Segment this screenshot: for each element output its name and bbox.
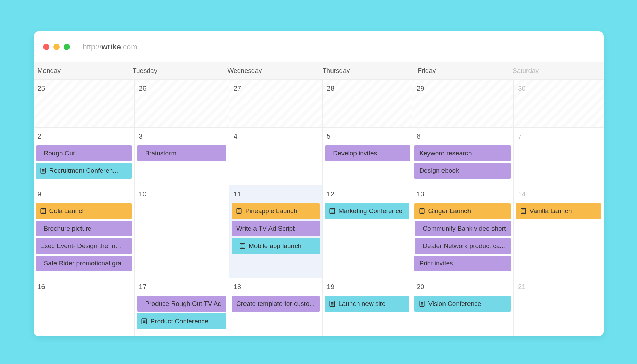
calendar-cell[interactable]: 12Marketing Conference [323,185,412,278]
calendar-event[interactable]: Vanilla Launch [516,203,601,219]
event-label: Safe Rider promotional gra... [44,260,127,267]
event-label: Exec Event- Design the In... [40,242,121,250]
calendar-cell[interactable]: 29 [412,80,514,128]
calendar-event[interactable]: Cola Launch [36,203,132,219]
calendar-event[interactable]: Pineapple Launch [232,203,320,219]
event-label: Design ebook [419,167,459,174]
browser-window: http://wrike.com MondayTuesdayWednesdayT… [34,31,604,336]
event-label: Print invites [419,260,453,267]
calendar-event[interactable]: Product Conference [137,313,226,329]
calendar-cell[interactable]: 9Cola LaunchBrochure pictureExec Event- … [34,185,135,278]
day-header: Friday [414,62,509,79]
event-label: Develop invites [333,150,377,157]
day-header: Tuesday [128,62,224,79]
address-bar[interactable]: http://wrike.com [83,42,137,51]
calendar-event[interactable]: Design ebook [414,163,511,179]
day-header: Wednesday [224,62,319,79]
calendar-cell[interactable]: 16 [34,278,135,336]
calendar-event[interactable]: Write a TV Ad Script [232,221,320,236]
traffic-lights [43,44,70,50]
event-label: Mobile app launch [249,242,301,250]
date-number: 19 [325,281,410,294]
date-number: 28 [325,82,410,96]
calendar-cell[interactable]: 14Vanilla Launch [514,185,603,278]
calendar-cell[interactable]: 13Ginger LaunchCommunity Bank video shor… [412,185,514,278]
calendar-event[interactable]: Launch new site [325,296,409,312]
date-number: 12 [325,188,410,202]
browser-titlebar: http://wrike.com [34,31,604,62]
calendar-cell[interactable]: 10 [135,185,229,278]
calendar-cell[interactable]: 4 [229,128,323,185]
event-label: Vanilla Launch [529,207,572,215]
document-icon [236,208,242,214]
calendar-cell[interactable]: 18Create template for custo... [229,278,323,336]
calendar-event[interactable]: Safe Rider promotional gra... [36,256,132,271]
date-number: 5 [325,130,410,144]
day-header: Monday [34,62,129,79]
calendar-event[interactable]: Marketing Conference [325,203,409,219]
calendar-event[interactable]: Print invites [414,256,511,271]
date-number: 27 [232,82,320,96]
calendar-event[interactable]: Brochure picture [36,221,132,236]
event-label: Brainstorm [145,150,176,157]
calendar-event[interactable]: Create template for custo... [232,296,320,312]
event-label: Produce Rough Cut TV Ad [145,300,222,308]
maximize-window-button[interactable] [64,44,70,50]
minimize-window-button[interactable] [53,44,60,50]
calendar-cell[interactable]: 17Produce Rough Cut TV AdProduct Confere… [135,278,229,336]
event-label: Cola Launch [49,207,86,215]
event-label: Product Conference [150,317,208,325]
calendar-cell[interactable]: 5Develop invites [323,128,412,185]
calendar-event[interactable]: Recruitment Conferen... [36,163,132,179]
calendar-event[interactable]: Mobile app launch [232,238,320,254]
calendar-day-header: MondayTuesdayWednesdayThursdayFridaySatu… [34,62,604,80]
calendar-event[interactable]: Community Bank video short [415,221,511,236]
calendar-event[interactable]: Rough Cut [36,145,132,161]
date-number: 21 [516,281,601,294]
document-icon [419,208,425,214]
calendar-cell[interactable]: 27 [229,80,323,128]
date-number: 18 [232,281,320,294]
document-icon [240,243,245,249]
document-icon [141,318,147,324]
event-label: Write a TV Ad Script [236,225,295,232]
calendar-event[interactable]: Produce Rough Cut TV Ad [137,296,226,312]
document-icon [329,208,335,214]
calendar-event[interactable]: Vision Conference [414,296,511,312]
date-number: 6 [414,130,511,144]
calendar-event[interactable]: Brainstorm [137,145,226,161]
event-label: Rough Cut [44,150,75,157]
calendar-event[interactable]: Develop invites [325,145,410,161]
calendar-cell[interactable]: 25 [34,80,135,128]
calendar-cell[interactable]: 19Launch new site [323,278,412,336]
calendar-event[interactable]: Keyword research [414,145,511,161]
url-prefix: http:// [83,42,102,51]
event-label: Community Bank video short [423,225,506,232]
date-number: 17 [137,281,227,294]
date-number: 4 [232,130,320,144]
date-number: 9 [36,188,133,202]
calendar-cell[interactable]: 3Brainstorm [135,128,229,185]
calendar-cell[interactable]: 6Keyword researchDesign ebook [412,128,514,185]
calendar-cell[interactable]: 26 [135,80,229,128]
calendar-event[interactable]: Dealer Network product ca... [415,238,511,254]
date-number: 29 [414,82,511,96]
day-header: Saturday [509,62,604,79]
calendar-cell[interactable]: 7 [514,128,603,185]
calendar-cell[interactable]: 20Vision Conference [412,278,514,336]
calendar-cell[interactable]: 21 [514,278,603,336]
document-icon [419,301,425,307]
date-number: 26 [137,82,227,96]
event-label: Marketing Conference [338,207,402,215]
calendar-event[interactable]: Ginger Launch [414,203,511,219]
calendar-cell[interactable]: 2Rough CutRecruitment Conferen... [34,128,135,185]
calendar-cell[interactable]: 30 [514,80,603,128]
calendar-event[interactable]: Exec Event- Design the In... [36,238,132,254]
date-number: 30 [516,82,601,96]
calendar-cell[interactable]: 11Pineapple LaunchWrite a TV Ad ScriptMo… [229,185,323,278]
day-header: Thursday [318,62,414,79]
close-window-button[interactable] [43,44,49,50]
date-number: 13 [414,188,511,202]
calendar-cell[interactable]: 28 [323,80,412,128]
date-number: 16 [36,281,133,294]
